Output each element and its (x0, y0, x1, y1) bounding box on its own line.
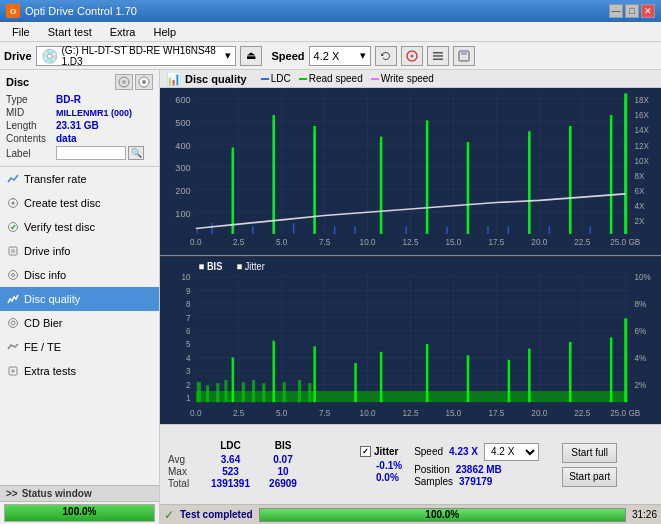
svg-text:8: 8 (186, 298, 191, 308)
start-full-button[interactable]: Start full (562, 443, 617, 463)
nav-verify-test-disc[interactable]: Verify test disc (0, 215, 159, 239)
nav-disc-quality[interactable]: Disc quality (0, 287, 159, 311)
disc-panel: Disc Type BD-R MID MILLENMR1 (000) (0, 70, 159, 167)
svg-text:3: 3 (186, 365, 191, 375)
verify-icon (6, 220, 20, 234)
svg-text:12.5: 12.5 (403, 407, 419, 417)
jitter-section: ✓ Jitter -0.1% 0.0% (360, 446, 402, 484)
status-window-toggle[interactable]: >> Status window (0, 485, 159, 502)
legend-read-speed: Read speed (299, 73, 363, 84)
svg-point-11 (142, 80, 146, 84)
nav-transfer-rate[interactable]: Transfer rate (0, 167, 159, 191)
nav-fe-te[interactable]: FE / TE (0, 335, 159, 359)
svg-text:25.0 GB: 25.0 GB (610, 236, 640, 246)
disc-button[interactable] (401, 46, 423, 66)
svg-rect-152 (272, 340, 275, 401)
save-button[interactable] (453, 46, 475, 66)
svg-point-20 (12, 274, 15, 277)
svg-rect-161 (610, 337, 613, 402)
svg-text:15.0: 15.0 (445, 236, 461, 246)
svg-text:12.5: 12.5 (403, 236, 419, 246)
svg-rect-79 (405, 226, 407, 234)
speed-select[interactable]: 4.2 X ▾ (309, 46, 371, 66)
svg-text:20.0: 20.0 (531, 236, 547, 246)
svg-rect-91 (232, 147, 235, 233)
menu-start-test[interactable]: Start test (40, 24, 100, 40)
fe-te-icon (6, 340, 20, 354)
label-search-button[interactable]: 🔍 (128, 146, 144, 160)
speed-info-label: Speed (414, 446, 443, 457)
col-header-bis: BIS (258, 440, 308, 451)
svg-text:4X: 4X (634, 201, 644, 211)
svg-text:400: 400 (175, 139, 190, 150)
label-input[interactable] (56, 146, 126, 160)
max-bis-value: 10 (258, 466, 308, 477)
svg-rect-154 (354, 363, 357, 402)
bottom-chart: ■ BIS ■ Jitter (160, 256, 661, 425)
maximize-button[interactable]: □ (625, 4, 639, 18)
nav-cd-bier[interactable]: CD Bier (0, 311, 159, 335)
col-header-ldc: LDC (203, 440, 258, 451)
nav-extra-tests[interactable]: Extra tests (0, 359, 159, 383)
svg-rect-93 (313, 126, 316, 234)
svg-text:600: 600 (175, 94, 190, 105)
speed-position-section: Speed 4.23 X 4.2 X 2X 4X 6X Position 238… (414, 443, 544, 487)
eject-button[interactable]: ⏏ (240, 46, 262, 66)
disc-btn-2[interactable] (135, 74, 153, 90)
svg-rect-168 (252, 379, 255, 401)
svg-text:6X: 6X (634, 186, 644, 196)
contents-value: data (56, 133, 153, 144)
start-part-button[interactable]: Start part (562, 467, 617, 487)
nav-create-test-disc[interactable]: Create test disc (0, 191, 159, 215)
svg-rect-96 (467, 142, 470, 234)
max-ldc-value: 523 (203, 466, 258, 477)
main-progress-pct: 100.0% (260, 509, 625, 520)
svg-rect-158 (508, 359, 511, 401)
svg-rect-97 (528, 131, 531, 234)
svg-rect-74 (293, 223, 295, 234)
app-title: Opti Drive Control 1.70 (25, 5, 137, 17)
avg-bis-value: 0.07 (258, 454, 308, 465)
svg-rect-170 (283, 382, 286, 402)
avg-jitter-value: -0.1% (360, 460, 402, 471)
disc-quality-icon (6, 292, 20, 306)
sidebar: Disc Type BD-R MID MILLENMR1 (000) (0, 70, 160, 524)
svg-text:2.5: 2.5 (233, 236, 245, 246)
speed-info-dropdown[interactable]: 4.2 X 2X 4X 6X (484, 443, 539, 461)
sidebar-progress-label: 100.0% (5, 506, 154, 517)
charts-container: 600 500 400 300 200 100 18X 16X 14X 12X … (160, 88, 661, 424)
svg-text:6: 6 (186, 325, 191, 335)
avg-ldc-value: 3.64 (203, 454, 258, 465)
refresh-button[interactable] (375, 46, 397, 66)
nav-disc-info[interactable]: Disc info (0, 263, 159, 287)
menu-extra[interactable]: Extra (102, 24, 144, 40)
svg-rect-153 (313, 346, 316, 402)
svg-rect-166 (224, 379, 227, 401)
svg-rect-162 (624, 318, 627, 402)
status-text: Test completed (180, 509, 253, 520)
drive-select[interactable]: 💿 (G:) HL-DT-ST BD-RE WH16NS48 1.D3 ▾ (36, 46, 236, 66)
menu-help[interactable]: Help (145, 24, 184, 40)
cd-bier-icon (6, 316, 20, 330)
svg-rect-86 (549, 226, 551, 234)
svg-rect-163 (197, 382, 201, 402)
svg-text:6%: 6% (634, 325, 646, 335)
svg-rect-88 (589, 226, 591, 234)
svg-text:7: 7 (186, 312, 191, 322)
speed-info-value: 4.23 X (449, 446, 478, 457)
svg-text:8X: 8X (634, 171, 644, 181)
disc-btn-1[interactable] (115, 74, 133, 90)
svg-text:2.5: 2.5 (233, 407, 245, 417)
close-button[interactable]: ✕ (641, 4, 655, 18)
svg-rect-98 (569, 126, 572, 234)
svg-text:10%: 10% (634, 272, 651, 282)
position-label: Position (414, 464, 450, 475)
nav-drive-info[interactable]: Drive info (0, 239, 159, 263)
svg-text:7.5: 7.5 (319, 236, 331, 246)
settings-button[interactable] (427, 46, 449, 66)
right-panel: 📊 Disc quality LDC Read speed Write spee… (160, 70, 661, 524)
jitter-checkbox[interactable]: ✓ (360, 446, 371, 457)
jitter-label: Jitter (374, 446, 398, 457)
minimize-button[interactable]: — (609, 4, 623, 18)
menu-file[interactable]: File (4, 24, 38, 40)
